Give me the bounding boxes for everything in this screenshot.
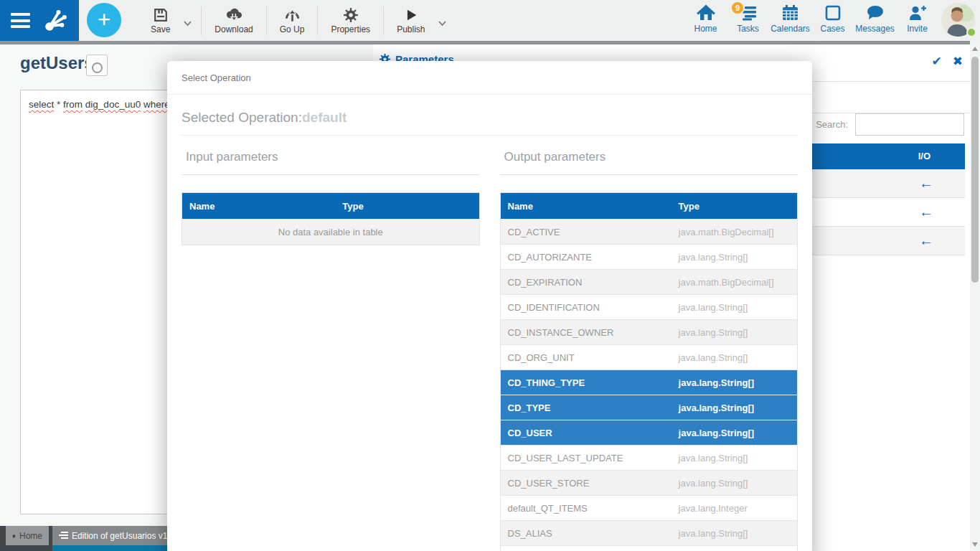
list-tab-icon [59,532,68,540]
param-type: java.lang.String[] [679,352,748,363]
input-parameters-heading: Input parameters [182,149,480,175]
properties-label: Properties [331,24,370,34]
nav-invite[interactable]: Invite [896,4,938,34]
modal-columns: Input parameters Name Type No data avail… [167,149,812,551]
param-type: java.math.BigDecimal[] [679,277,774,288]
tab-edition-label: Edition of getUsuarios v1 [72,531,167,541]
sql-token: dig_doc_uu0 [85,99,141,110]
output-param-row[interactable]: CD_USER_LAST_UPDATEjava.lang.String[] [501,445,798,470]
nav-home[interactable]: Home [684,4,727,34]
topbar: + Save [0,0,980,41]
output-param-row[interactable]: CD_THING_TYPEjava.lang.String[] [501,369,798,395]
save-button[interactable]: Save [142,0,179,41]
output-param-row[interactable]: CD_EXPIRATIONjava.math.BigDecimal[] [501,269,798,294]
sql-text: select * from dig_doc_uu0 where cd_ [29,99,188,110]
param-type: java.lang.String[] [679,402,754,413]
input-col-name: Name [182,201,342,212]
output-param-row[interactable]: DS_EMAILjava.lang.String[] [501,545,798,551]
vertical-scrollbar[interactable] [970,41,980,551]
param-name: DS_ALIAS [501,528,679,539]
play-publish-icon [403,7,419,23]
properties-button[interactable]: Properties [322,0,379,41]
param-name: CD_USER [501,428,679,438]
nav-calendars[interactable]: Calendars [769,4,811,34]
publish-label: Publish [397,24,425,34]
save-label: Save [151,24,170,34]
param-type: java.lang.String[] [679,327,748,338]
param-name: CD_TYPE [501,402,679,413]
scrollbar-thumb[interactable] [971,57,979,283]
select-operation-modal: Select Operation Selected Operation:defa… [167,61,812,551]
cloud-download-icon [225,7,243,23]
online-status-dot [966,27,976,37]
gear-icon [343,7,359,23]
toolbar-separator [383,6,384,35]
toolbar-separator [266,6,267,35]
output-param-row[interactable]: default_QT_ITEMSjava.lang.Integer [501,495,798,520]
brand-block [0,0,79,41]
sql-token: select [29,99,54,110]
output-parameters-heading: Output parameters [500,149,798,175]
param-type: java.lang.String[] [679,377,754,388]
toolbar-separator [317,6,318,35]
close-x-icon[interactable]: ✖ [953,54,963,69]
panel-actions: ✔ ✖ [932,54,963,69]
nav-cases[interactable]: Cases [811,4,854,34]
title-status-button[interactable] [86,55,108,76]
tab-edition-getusuarios[interactable]: Edition of getUsuarios v1 [52,526,176,545]
input-col-type: Type [342,201,363,212]
tab-home-label: Home [19,531,42,541]
publish-button[interactable]: Publish [388,0,433,41]
selected-operation-label: Selected Operation: [182,110,302,125]
output-param-row[interactable]: CD_TYPEjava.lang.String[] [501,395,798,420]
param-type: java.lang.String[] [679,453,748,463]
nav-messages-label: Messages [855,24,895,34]
case-square-icon [824,4,842,22]
scrollbar-down-arrow-icon[interactable] [972,542,978,547]
floppy-save-icon [153,7,169,23]
download-button[interactable]: Download [206,0,261,41]
download-label: Download [215,24,253,34]
output-param-row[interactable]: CD_USER_STOREjava.lang.String[] [501,470,798,495]
app-logo-claw-icon[interactable] [42,5,72,37]
param-type: java.math.BigDecimal[] [679,227,774,237]
toolbar-separator [201,6,202,35]
go-up-button[interactable]: Go Up [271,0,314,41]
input-arrow-icon: ← [919,175,933,192]
input-arrow-icon: ← [919,232,933,249]
add-button[interactable]: + [87,3,121,37]
input-parameters-section: Input parameters Name Type No data avail… [182,149,480,551]
go-up-arrow-icon [283,7,301,23]
modal-title: Select Operation [167,61,812,95]
param-name: CD_AUTORIZANTE [501,252,679,263]
nav-invite-label: Invite [907,24,928,34]
sql-token: * [57,99,60,110]
tab-home[interactable]: Home [6,526,49,545]
param-name: CD_USER_LAST_UPDATE [501,453,679,463]
selected-operation-value: default [302,110,347,125]
output-col-name: Name [501,201,679,212]
param-type: java.lang.String[] [679,478,748,489]
sql-token: from [63,99,83,110]
output-param-row[interactable]: CD_IDENTIFICATIONjava.lang.String[] [501,294,798,319]
confirm-check-icon[interactable]: ✔ [932,54,942,69]
nav-messages[interactable]: Messages [854,4,896,34]
publish-dropdown-chevron-icon[interactable] [433,17,451,29]
output-param-row[interactable]: CD_INSTANCE_OWNERjava.lang.String[] [501,319,798,344]
save-dropdown-chevron-icon[interactable] [179,17,197,29]
param-type: java.lang.String[] [679,302,748,313]
output-param-row[interactable]: CD_AUTORIZANTEjava.lang.String[] [501,244,798,269]
nav-cases-label: Cases [820,24,844,34]
output-param-row[interactable]: CD_ORG_UNITjava.lang.String[] [501,344,798,369]
search-input[interactable] [855,113,964,136]
nav-tasks[interactable]: 9 Tasks [727,4,769,34]
output-param-row[interactable]: CD_USERjava.lang.String[] [501,420,798,445]
output-param-row[interactable]: CD_ACTIVEjava.math.BigDecimal[] [501,219,798,244]
app-screen: + Save [0,0,980,551]
output-table-header: Name Type [501,193,798,219]
message-bubble-icon [866,4,885,22]
param-type: java.lang.String[] [679,252,748,263]
scrollbar-up-arrow-icon[interactable] [972,47,978,51]
output-param-row[interactable]: DS_ALIASjava.lang.String[] [501,520,798,545]
hamburger-menu-icon[interactable] [11,13,30,28]
